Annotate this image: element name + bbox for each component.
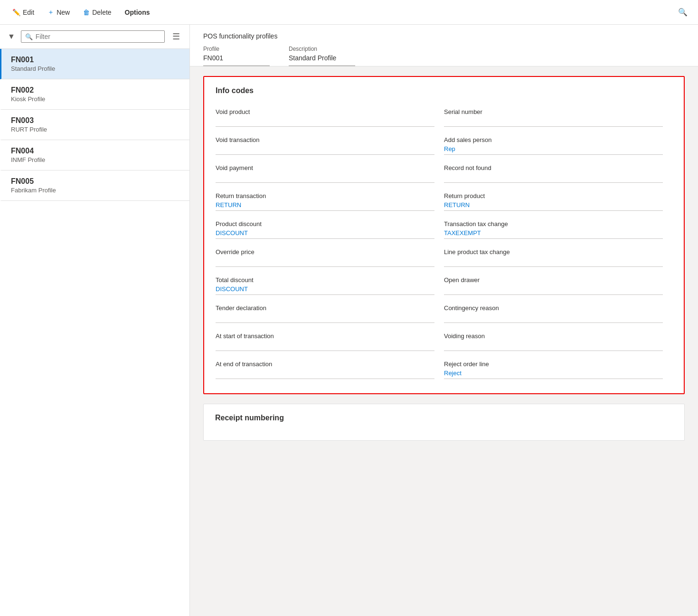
info-code-label: Voiding reason (444, 332, 663, 340)
info-code-right-3: Return productRETURN (444, 188, 672, 216)
profile-col-code: Profile FN001 (203, 46, 270, 66)
info-code-empty: _ (444, 173, 663, 183)
sidebar-item-fn005-code: FN005 (11, 177, 180, 186)
search-button[interactable]: 🔍 (675, 5, 690, 20)
info-code-empty: _ (444, 341, 663, 351)
main-layout: ▼ 🔍 ☰ FN001 Standard Profile FN002 Kiosk… (0, 25, 698, 616)
sidebar-item-fn003-code: FN003 (11, 116, 180, 125)
info-code-label: Void transaction (216, 136, 434, 143)
delete-button[interactable]: 🗑 Delete (78, 6, 116, 19)
delete-label: Delete (92, 9, 111, 16)
sidebar-filter-bar: ▼ 🔍 ☰ (0, 25, 189, 49)
profile-value: FN001 (203, 54, 270, 66)
new-label: New (57, 9, 70, 16)
info-code-empty: _ (216, 257, 434, 267)
info-code-right-9: Reject order lineReject (444, 356, 672, 384)
content-area: POS functionality profiles Profile FN001… (190, 25, 698, 616)
sidebar-item-fn004-code: FN004 (11, 147, 180, 155)
info-code-label: Void product (216, 108, 434, 115)
sidebar-item-fn004[interactable]: FN004 INMF Profile (0, 140, 189, 171)
info-code-right-6: Open drawer_ (444, 272, 672, 300)
info-code-empty: _ (216, 145, 434, 155)
options-button[interactable]: Options (120, 6, 155, 19)
info-code-label: Override price (216, 248, 434, 256)
info-code-right-7: Contingency reason_ (444, 300, 672, 328)
info-code-value[interactable]: DISCOUNT (216, 229, 434, 239)
new-button[interactable]: ＋ New (43, 5, 75, 19)
filter-icon: ▼ (8, 32, 15, 40)
sidebar-item-fn002[interactable]: FN002 Kiosk Profile (0, 79, 189, 110)
profile-header-title: POS functionality profiles (203, 32, 685, 40)
receipt-numbering-section: Receipt numbering (203, 404, 685, 441)
description-value: Standard Profile (289, 54, 355, 66)
info-code-value[interactable]: RETURN (444, 201, 663, 211)
sidebar-item-fn005[interactable]: FN005 Fabrikam Profile (0, 171, 189, 201)
sidebar-item-fn001-code: FN001 (11, 56, 180, 64)
info-code-left-7: Tender declaration_ (216, 300, 444, 328)
info-code-empty: _ (444, 313, 663, 323)
info-code-empty: _ (216, 341, 434, 351)
info-code-left-5: Override price_ (216, 244, 444, 272)
new-icon: ＋ (47, 8, 54, 17)
sidebar-items-list: FN001 Standard Profile FN002 Kiosk Profi… (0, 49, 189, 616)
info-code-value[interactable]: RETURN (216, 201, 434, 211)
info-code-right-8: Voiding reason_ (444, 328, 672, 356)
info-code-value[interactable]: Reject (444, 370, 663, 379)
info-code-right-5: Line product tax change_ (444, 244, 672, 272)
info-code-value[interactable]: DISCOUNT (216, 285, 434, 295)
filter-search-icon: 🔍 (25, 33, 33, 40)
sidebar-item-fn002-desc: Kiosk Profile (11, 95, 180, 103)
info-code-left-4: Product discountDISCOUNT (216, 216, 444, 244)
profile-col-desc: Description Standard Profile (289, 46, 355, 66)
delete-icon: 🗑 (83, 9, 90, 16)
info-code-left-0: Void product_ (216, 104, 444, 132)
info-code-right-2: Record not found_ (444, 160, 672, 188)
options-label: Options (125, 9, 150, 16)
info-code-empty: _ (216, 370, 434, 379)
section-container: Info codes Void product_Serial number_Vo… (190, 66, 698, 460)
toolbar: ✏️ Edit ＋ New 🗑 Delete Options 🔍 (0, 0, 698, 25)
info-codes-grid: Void product_Serial number_Void transact… (216, 104, 672, 384)
sidebar-item-fn001[interactable]: FN001 Standard Profile (0, 49, 189, 79)
sidebar-item-fn005-desc: Fabrikam Profile (11, 187, 180, 194)
info-code-label: Return product (444, 192, 663, 199)
hamburger-icon: ☰ (172, 32, 180, 41)
info-code-empty: _ (216, 313, 434, 323)
info-code-label: Open drawer (444, 276, 663, 284)
sidebar-item-fn004-desc: INMF Profile (11, 156, 180, 163)
info-code-label: Line product tax change (444, 248, 663, 256)
sidebar-menu-button[interactable]: ☰ (169, 29, 184, 44)
info-code-label: Void payment (216, 164, 434, 171)
profile-header-row: Profile FN001 Description Standard Profi… (203, 46, 685, 66)
info-code-label: Contingency reason (444, 304, 663, 312)
info-code-label: At start of transaction (216, 332, 434, 340)
info-code-label: Reject order line (444, 360, 663, 368)
info-code-right-4: Transaction tax changeTAXEXEMPT (444, 216, 672, 244)
info-codes-title: Info codes (216, 86, 672, 95)
edit-icon: ✏️ (12, 9, 20, 16)
info-code-empty: _ (444, 117, 663, 127)
receipt-numbering-title: Receipt numbering (215, 414, 673, 422)
profile-header: POS functionality profiles Profile FN001… (190, 25, 698, 66)
info-code-left-6: Total discountDISCOUNT (216, 272, 444, 300)
info-code-label: Return transaction (216, 192, 434, 199)
filter-toggle-button[interactable]: ▼ (6, 30, 17, 43)
sidebar-item-fn003[interactable]: FN003 RURT Profile (0, 110, 189, 140)
info-code-value[interactable]: Rep (444, 145, 663, 155)
info-code-value[interactable]: TAXEXEMPT (444, 229, 663, 239)
description-label: Description (289, 46, 355, 52)
info-code-right-0: Serial number_ (444, 104, 672, 132)
filter-input[interactable] (36, 33, 160, 40)
sidebar: ▼ 🔍 ☰ FN001 Standard Profile FN002 Kiosk… (0, 25, 190, 616)
sidebar-item-fn001-desc: Standard Profile (11, 65, 180, 72)
info-code-label: Total discount (216, 276, 434, 284)
info-code-empty: _ (216, 173, 434, 183)
profile-label: Profile (203, 46, 270, 52)
info-code-label: Transaction tax change (444, 220, 663, 227)
edit-button[interactable]: ✏️ Edit (8, 6, 39, 19)
info-code-left-2: Void payment_ (216, 160, 444, 188)
info-code-left-1: Void transaction_ (216, 132, 444, 160)
info-code-empty: _ (444, 285, 663, 295)
sidebar-item-fn002-code: FN002 (11, 86, 180, 95)
filter-input-wrap: 🔍 (21, 30, 165, 43)
